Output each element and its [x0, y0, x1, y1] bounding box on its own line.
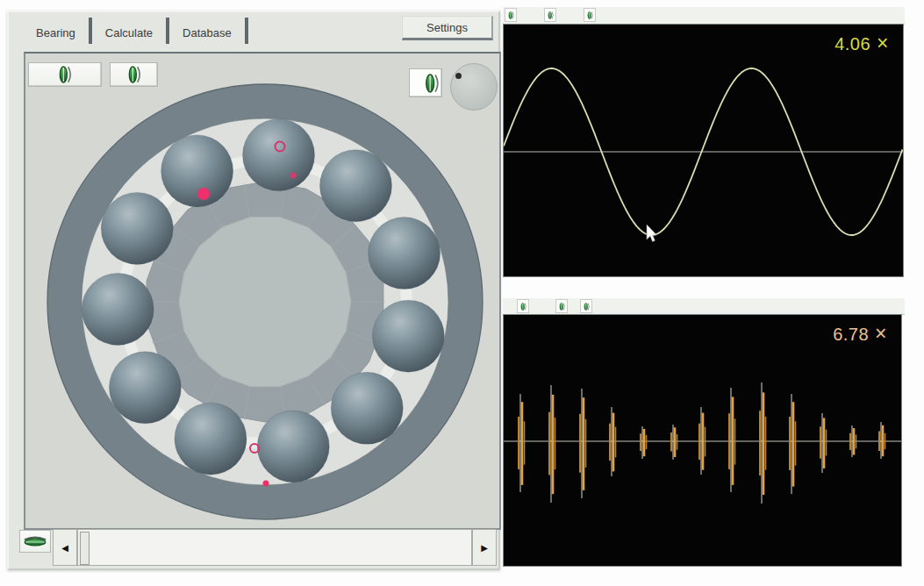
transducer-icon: [507, 10, 515, 21]
times-symbol: ×: [875, 322, 887, 345]
left-arrow-icon: ◀: [61, 543, 68, 553]
bearing-diagram: [25, 54, 499, 528]
knob-indicator-dot: [455, 73, 462, 79]
bearing-viewport: [24, 52, 501, 530]
scope1-toolbar: [503, 7, 905, 25]
scope2-toolbar: [503, 298, 905, 315]
bearing-app-panel: Bearing Calculate Database Settings: [7, 11, 500, 570]
flat-sensor-button[interactable]: [19, 530, 51, 553]
tab-separator: [245, 18, 248, 44]
probe-button-3[interactable]: [409, 68, 442, 97]
time-signal-scope: 4.06×: [503, 24, 904, 277]
transducer-icon: [519, 301, 527, 312]
scroll-right-button[interactable]: ▶: [472, 529, 497, 566]
sine-wave-display: [504, 25, 903, 276]
transducer-icon: [56, 64, 74, 85]
impulse-signal-scope: 6.78×: [503, 314, 902, 567]
scrollbar-thumb[interactable]: [80, 532, 90, 565]
mini-probe-button[interactable]: [555, 299, 568, 313]
times-symbol: ×: [877, 32, 889, 54]
tab-bearing[interactable]: Bearing: [25, 26, 87, 39]
mini-probe-button[interactable]: [584, 8, 596, 22]
tab-separator: [89, 18, 92, 44]
transducer-icon: [547, 10, 555, 21]
horizontal-transducer-icon: [22, 535, 48, 547]
scope2-multiplier: 6.78×: [833, 322, 887, 346]
scroll-row: ◀ ▶: [9, 526, 498, 568]
app-window: Bearing Calculate Database Settings: [0, 0, 924, 586]
mini-probe-button[interactable]: [580, 299, 592, 313]
transducer-icon: [583, 301, 591, 312]
transducer-icon: [422, 72, 441, 95]
settings-button[interactable]: Settings: [402, 16, 493, 40]
mini-probe-button[interactable]: [505, 8, 517, 22]
scrollbar-track[interactable]: [77, 529, 472, 566]
speed-knob[interactable]: [450, 63, 498, 111]
scroll-left-button[interactable]: ◀: [53, 529, 77, 566]
tab-database[interactable]: Database: [171, 26, 243, 39]
probe-button-1[interactable]: [28, 62, 102, 87]
mini-probe-button[interactable]: [517, 299, 529, 313]
transducer-icon: [125, 64, 143, 85]
scope1-multiplier: 4.06×: [834, 32, 889, 55]
probe-button-2[interactable]: [110, 62, 158, 87]
impulse-train-display: [504, 315, 901, 566]
scope-column: 4.06× 6.78×: [503, 0, 905, 586]
tab-calculate[interactable]: Calculate: [94, 26, 164, 39]
transducer-icon: [558, 301, 566, 312]
mouse-cursor-icon: [647, 225, 657, 242]
mini-probe-button[interactable]: [544, 8, 556, 22]
transducer-icon: [586, 10, 594, 21]
right-arrow-icon: ▶: [481, 543, 488, 553]
tab-separator: [166, 18, 169, 44]
